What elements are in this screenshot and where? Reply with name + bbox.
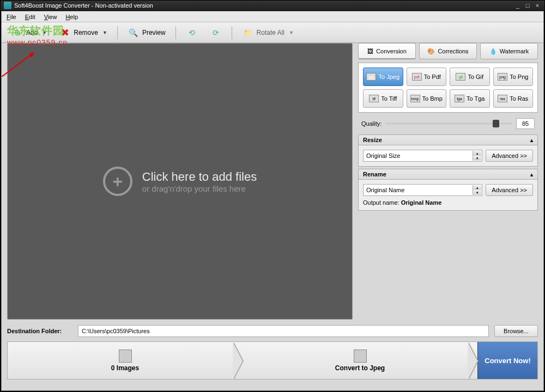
spin-down-icon[interactable]: ▼	[473, 190, 481, 195]
watermark-icon: 💧	[489, 48, 497, 55]
conversion-icon: 🖼	[367, 48, 373, 54]
dropdown-arrow-icon: ▼	[102, 30, 107, 35]
png-icon: png	[498, 73, 507, 81]
step-images[interactable]: 0 Images	[8, 342, 243, 379]
resize-combo[interactable]: Original Size ▲▼	[363, 150, 482, 162]
resize-body: Original Size ▲▼ Advanced >>	[358, 145, 538, 167]
menu-file[interactable]: FFileile	[4, 14, 19, 20]
convert-icon	[354, 350, 367, 363]
preview-button[interactable]: 🔍 Preview	[123, 25, 170, 40]
format-png[interactable]: pngTo Png	[493, 68, 534, 86]
separator	[117, 26, 118, 39]
convert-now-button[interactable]: Convert Now!	[477, 342, 537, 379]
rename-header[interactable]: Rename ▴	[358, 169, 538, 180]
tiff-icon: tif	[369, 95, 379, 102]
format-jpeg[interactable]: jpgTo Jpeg	[363, 68, 403, 86]
maximize-button[interactable]: □	[524, 2, 531, 9]
watermark-overlay: 华东软件园 www.pc0359.cn	[7, 23, 68, 47]
collapse-icon[interactable]: ▴	[530, 137, 533, 143]
menu-edit[interactable]: Edit	[23, 14, 38, 20]
tab-corrections[interactable]: 🎨 Corrections	[419, 43, 477, 59]
rename-body: Original Name ▲▼ Advanced >> Output name…	[358, 180, 538, 211]
drop-zone[interactable]: + Click here to add files or drag'n'drop…	[7, 43, 353, 320]
menubar: FFileile Edit View Help	[2, 11, 543, 22]
spin-up-icon[interactable]: ▲	[473, 185, 481, 190]
bottom-area: Destination Folder: Browse... 0 Images C…	[7, 325, 538, 385]
window-controls: _ □ ×	[514, 2, 541, 9]
images-icon	[119, 350, 132, 363]
plus-circle-icon: +	[103, 167, 132, 196]
dropzone-subtitle: or drag'n'drop your files here	[142, 184, 257, 193]
step-row: 0 Images Convert to Jpeg Convert Now!	[7, 341, 538, 379]
output-name-value: Original Name	[401, 199, 442, 206]
collapse-icon[interactable]: ▴	[530, 171, 533, 177]
ras-icon: ras	[498, 95, 507, 102]
close-button[interactable]: ×	[534, 2, 541, 9]
step-convert-to[interactable]: Convert to Jpeg	[243, 342, 477, 379]
toolbar: ⊕ Add ▼ ✖ Remove ▼ 🔍 Preview ⟲ ⟳ 📁 Rotat…	[2, 22, 543, 43]
window-title: Soft4Boost Image Converter - Non-activat…	[14, 2, 153, 9]
format-bmp[interactable]: bmpTo Bmp	[407, 89, 447, 108]
separator	[232, 26, 232, 39]
output-name-row: Output name: Original Name	[363, 199, 533, 206]
tab-watermark[interactable]: 💧 Watermark	[480, 43, 538, 59]
format-gif[interactable]: gifTo Gif	[450, 68, 490, 86]
spin-up-icon[interactable]: ▲	[473, 151, 481, 156]
tga-icon: tga	[455, 95, 464, 102]
rotate-right-button[interactable]: ⟳	[205, 25, 226, 40]
dropzone-title: Click here to add files	[142, 170, 257, 184]
format-grid: jpgTo Jpeg pdfTo Pdf gifTo Gif pngTo Png…	[358, 63, 538, 113]
corrections-icon: 🎨	[427, 48, 435, 55]
bmp-icon: bmp	[410, 95, 420, 102]
rotate-left-icon: ⟲	[186, 27, 198, 39]
preview-label: Preview	[142, 29, 166, 36]
resize-advanced-button[interactable]: Advanced >>	[486, 150, 533, 162]
format-tga[interactable]: tgaTo Tga	[450, 89, 490, 108]
titlebar: Soft4Boost Image Converter - Non-activat…	[0, 0, 545, 11]
minimize-button[interactable]: _	[514, 2, 522, 9]
rotate-left-button[interactable]: ⟲	[181, 25, 202, 40]
rename-combo[interactable]: Original Name ▲▼	[363, 184, 482, 196]
spin-down-icon[interactable]: ▼	[473, 156, 481, 161]
remove-label: Remove	[74, 29, 98, 36]
rename-advanced-button[interactable]: Advanced >>	[486, 184, 533, 196]
side-panel: 🖼 Conversion 🎨 Corrections 💧 Watermark j…	[358, 43, 538, 320]
tab-conversion[interactable]: 🖼 Conversion	[358, 43, 416, 59]
gif-icon: gif	[456, 73, 465, 81]
separator	[175, 26, 176, 39]
app-icon	[4, 2, 11, 9]
folder-icon: 📁	[242, 27, 254, 39]
quality-label: Quality:	[361, 120, 382, 127]
quality-row: Quality:	[358, 113, 538, 134]
quality-slider[interactable]	[386, 122, 512, 125]
pdf-icon: pdf	[412, 73, 422, 81]
resize-header[interactable]: Resize ▴	[358, 134, 538, 145]
quality-input[interactable]	[516, 118, 535, 129]
magnifier-icon: 🔍	[128, 27, 140, 39]
destination-label: Destination Folder:	[7, 328, 72, 334]
menu-view[interactable]: View	[42, 14, 59, 20]
browse-button[interactable]: Browse...	[494, 325, 538, 337]
jpeg-icon: jpg	[366, 73, 376, 81]
rotate-all-label: Rotate All	[257, 29, 284, 36]
menu-help[interactable]: Help	[63, 14, 80, 20]
destination-input[interactable]	[78, 325, 489, 337]
format-pdf[interactable]: pdfTo Pdf	[407, 68, 447, 86]
slider-thumb[interactable]	[493, 120, 499, 127]
rotate-all-button[interactable]: 📁 Rotate All ▼	[238, 25, 298, 40]
format-ras[interactable]: rasTo Ras	[493, 89, 534, 108]
dropdown-arrow-icon: ▼	[289, 30, 294, 35]
format-tiff[interactable]: tifTo Tiff	[363, 89, 403, 108]
rotate-right-icon: ⟳	[210, 27, 222, 39]
